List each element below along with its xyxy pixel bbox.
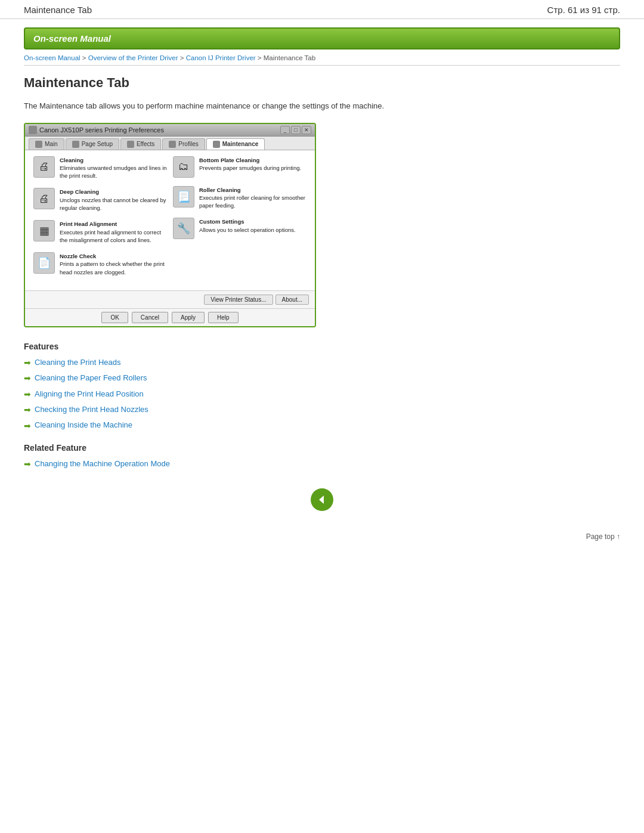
screenshot-tabs: Main Page Setup Effects Profiles Mainten… (25, 137, 315, 150)
svg-marker-0 (319, 496, 324, 504)
roller-icon: 📃 (173, 186, 194, 208)
page-header: Maintenance Tab Стр. 61 из 91 стр. (0, 0, 644, 19)
page-top-container: Page top ↑ (0, 532, 644, 541)
page-top-link[interactable]: Page top ↑ (586, 532, 620, 541)
related-label-1: Changing the Machine Operation Mode (35, 458, 170, 470)
apply-btn: Apply (172, 312, 205, 323)
tab-pagesetup: Page Setup (66, 138, 119, 150)
tab-profiles: Profiles (162, 138, 205, 150)
arrow-icon-4: ➡ (24, 403, 31, 416)
feature-link-cleaning-heads[interactable]: ➡ Cleaning the Print Heads (24, 356, 620, 369)
banner: On-screen Manual (24, 27, 620, 49)
related-link-1[interactable]: ➡ Changing the Machine Operation Mode (24, 457, 620, 470)
feature-link-roller[interactable]: ➡ Cleaning the Paper Feed Rollers (24, 371, 620, 385)
feature-label-5: Cleaning Inside the Machine (35, 419, 132, 432)
arrow-icon-3: ➡ (24, 388, 31, 401)
alignment-icon: ▦ (33, 220, 55, 241)
screenshot-item-deep-cleaning: 🖨 Deep Cleaning Unclogs nozzles that can… (33, 188, 167, 212)
page-title: Maintenance Tab (24, 75, 620, 91)
feature-link-aligning[interactable]: ➡ Aligning the Print Head Position (24, 388, 620, 401)
help-btn: Help (208, 312, 239, 323)
nozzle-icon: 📄 (33, 252, 55, 274)
breadcrumb-link-2[interactable]: Overview of the Printer Driver (88, 54, 178, 61)
screenshot-app-icon (29, 126, 37, 134)
about-btn: About... (275, 295, 309, 305)
feature-label-3: Aligning the Print Head Position (35, 388, 144, 401)
back-navigation-button[interactable] (311, 488, 333, 511)
close-btn: ✕ (302, 126, 311, 134)
main-content: Maintenance Tab The Maintenance tab allo… (24, 66, 620, 527)
arrow-icon-2: ➡ (24, 371, 31, 385)
header-page-info: Стр. 61 из 91 стр. (547, 5, 620, 15)
deep-cleaning-icon: 🖨 (33, 188, 55, 209)
feature-link-inside[interactable]: ➡ Cleaning Inside the Machine (24, 419, 620, 432)
arrow-icon-5: ➡ (24, 419, 31, 432)
breadcrumb-current: Maintenance Tab (264, 54, 315, 61)
arrow-icon-1: ➡ (24, 356, 31, 369)
maximize-btn: □ (291, 126, 301, 134)
feature-label-1: Cleaning the Print Heads (35, 357, 121, 369)
screenshot-window-title: Canon JX510P series Printing Preferences (39, 126, 164, 134)
screenshot-item-alignment: ▦ Print Head Alignment Executes print he… (33, 220, 167, 244)
feature-link-nozzles[interactable]: ➡ Checking the Print Head Nozzles (24, 403, 620, 416)
screenshot-item-roller: 📃 Roller Cleaning Executes print roller … (173, 186, 306, 210)
breadcrumb-link-1[interactable]: On-screen Manual (24, 54, 80, 61)
tab-effects: Effects (120, 138, 161, 150)
view-printer-status-btn: View Printer Status... (204, 295, 273, 305)
screenshot-image: Canon JX510P series Printing Preferences… (24, 123, 316, 328)
ok-btn: OK (101, 312, 128, 323)
feature-label-2: Cleaning the Paper Feed Rollers (35, 372, 147, 385)
related-section: Related Feature ➡ Changing the Machine O… (24, 443, 620, 470)
breadcrumb-link-3[interactable]: Canon IJ Printer Driver (186, 54, 256, 61)
header-title: Maintenance Tab (24, 5, 92, 15)
screenshot-item-nozzle: 📄 Nozzle Check Prints a pattern to check… (33, 252, 167, 276)
screenshot-item-cleaning: 🖨 Cleaning Eliminates unwanted smudges a… (33, 156, 167, 180)
back-arrow-icon (317, 494, 327, 505)
intro-text: The Maintenance tab allows you to perfor… (24, 100, 620, 112)
bottom-plate-icon: 🗂 (173, 156, 194, 178)
arrow-icon-related-1: ➡ (24, 457, 31, 470)
screenshot-action-buttons: OK Cancel Apply Help (25, 308, 315, 326)
related-heading: Related Feature (24, 443, 620, 453)
screenshot-footer: View Printer Status... About... (25, 290, 315, 308)
breadcrumb: On-screen Manual > Overview of the Print… (24, 54, 620, 66)
tab-main: Main (29, 138, 64, 150)
screenshot-item-bottom-plate: 🗂 Bottom Plate Cleaning Prevents paper s… (173, 156, 306, 178)
nav-arrow-container (24, 488, 620, 511)
features-heading: Features (24, 342, 620, 351)
screenshot-titlebar: Canon JX510P series Printing Preferences… (25, 124, 315, 137)
cancel-btn: Cancel (132, 312, 168, 323)
minimize-btn: _ (280, 126, 290, 134)
custom-settings-icon: 🔧 (173, 218, 194, 239)
tab-maintenance: Maintenance (206, 138, 265, 150)
cleaning-icon: 🖨 (33, 156, 55, 178)
screenshot-body: 🖨 Cleaning Eliminates unwanted smudges a… (25, 150, 315, 291)
screenshot-item-custom: 🔧 Custom Settings Allows you to select o… (173, 218, 306, 239)
feature-label-4: Checking the Print Head Nozzles (35, 404, 148, 416)
banner-title: On-screen Manual (33, 33, 111, 44)
